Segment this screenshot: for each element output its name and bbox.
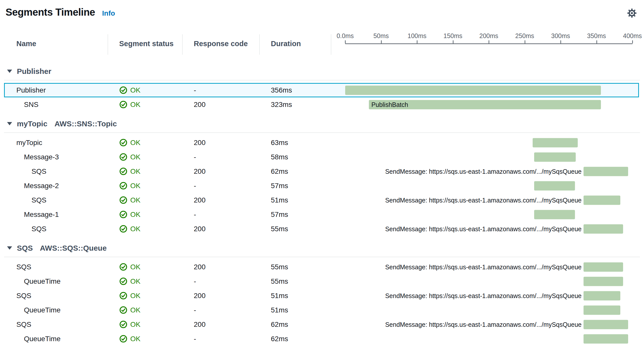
segment-row[interactable]: QueueTime OK - 51ms [0,303,644,317]
status-label: OK [130,335,140,343]
status-label: OK [130,139,140,147]
status-label: OK [130,167,140,176]
status-ok-icon [119,225,127,233]
axis-tick-label: 0.0ms [337,32,354,40]
response-code: 200 [183,97,260,112]
segment-name: SQS [0,260,108,274]
segment-row[interactable]: Message-1 OK - 57ms [0,207,644,222]
timeline-track: SendMessage: https://sqs.us-east-1.amazo… [345,164,632,179]
segment-group: myTopic AWS::SNS::Topic myTopic OK 200 6… [0,118,644,236]
caret-down-icon[interactable] [7,246,17,250]
segment-row[interactable]: SQS OK 200 51ms SendMessage: https://sqs… [0,288,644,303]
segment-row[interactable]: SQS OK 200 62ms SendMessage: https://sqs… [0,164,644,179]
status-ok-icon [119,210,127,219]
response-code: - [183,303,260,317]
segment-name: QueueTime [0,303,108,317]
response-code: - [183,150,260,164]
axis-tick-mark [525,40,525,43]
segment-name: SQS [0,222,108,236]
axis-tick-label: 50ms [373,32,389,40]
timeline-bar[interactable] [584,334,628,343]
segment-group: Publisher Publisher OK - 356ms SNS [0,66,644,112]
timeline-cell [331,207,644,222]
timeline-track: SendMessage: https://sqs.us-east-1.amazo… [345,193,632,207]
duration-value: 55ms [260,260,331,274]
timeline-bar[interactable] [533,138,578,147]
timeline-cell [331,274,644,288]
timeline-cell [331,135,644,150]
timeline-bar[interactable] [584,320,628,329]
segment-row[interactable]: Message-3 OK - 58ms [0,150,644,164]
timeline-track [345,150,632,164]
group-rows: SQS OK 200 55ms SendMessage: https://sqs… [0,260,644,346]
group-name: SQS [17,244,33,252]
response-code: 200 [183,193,260,207]
caret-down-icon[interactable] [7,122,17,126]
segment-row[interactable]: Message-2 OK - 57ms [0,179,644,193]
segment-row[interactable]: SNS OK 200 323ms PublishBatch [0,97,644,112]
axis-tick-mark [417,40,417,43]
segment-group: SQS AWS::SQS::Queue SQS OK 200 55ms Send… [0,243,644,346]
timeline-bar[interactable] [584,167,628,176]
status-ok-icon [119,277,127,285]
duration-value: 51ms [260,303,331,317]
segment-row[interactable]: QueueTime OK - 55ms [0,274,644,288]
segment-row[interactable]: myTopic OK 200 63ms [0,135,644,150]
timeline-bar[interactable] [345,85,601,95]
group-header[interactable]: Publisher [0,66,644,77]
timeline-bar[interactable] [584,195,620,205]
status-label: OK [130,320,140,329]
segment-row[interactable]: Publisher OK - 356ms [0,83,644,97]
segment-status: OK [108,97,183,112]
bar-label-left: SendMessage: https://sqs.us-east-1.amazo… [385,168,582,175]
duration-value: 323ms [260,97,331,112]
segment-row[interactable]: SQS OK 200 62ms SendMessage: https://sqs… [0,317,644,332]
timeline-track [345,274,632,288]
settings-button[interactable] [626,7,638,19]
timeline-track: PublishBatch [345,97,632,112]
timeline-bar[interactable] [534,210,575,219]
group-header[interactable]: myTopic AWS::SNS::Topic [0,118,644,129]
group-type: AWS::SQS::Queue [40,244,107,252]
timeline-bar[interactable]: PublishBatch [369,100,601,109]
timeline-cell [331,332,644,346]
timeline-bar[interactable] [584,291,620,300]
group-divider [4,80,640,80]
timeline-bar[interactable] [534,181,575,190]
segment-status: OK [108,207,183,222]
timeline-track: SendMessage: https://sqs.us-east-1.amazo… [345,317,632,332]
info-link[interactable]: Info [102,9,115,17]
segment-name: Publisher [0,83,108,97]
segment-name: Message-3 [0,150,108,164]
timeline-bar[interactable] [584,262,623,272]
timeline-track [345,135,632,150]
timeline-track: SendMessage: https://sqs.us-east-1.amazo… [345,260,632,274]
segment-row[interactable]: SQS OK 200 55ms SendMessage: https://sqs… [0,222,644,236]
timeline-bar[interactable] [534,152,576,162]
duration-value: 62ms [260,164,331,179]
group-rows: myTopic OK 200 63ms Message-3 [0,135,644,236]
group-header[interactable]: SQS AWS::SQS::Queue [0,243,644,254]
timeline-track [345,83,632,97]
axis-tick-mark [345,40,346,43]
timeline-cell: SendMessage: https://sqs.us-east-1.amazo… [331,164,644,179]
duration-value: 51ms [260,193,331,207]
timeline-bar[interactable] [584,277,623,286]
segment-row[interactable]: SQS OK 200 51ms SendMessage: https://sqs… [0,193,644,207]
response-code: 200 [183,135,260,150]
timeline-cell: SendMessage: https://sqs.us-east-1.amazo… [331,317,644,332]
timeline-bar[interactable] [584,305,620,315]
response-code: 200 [183,260,260,274]
status-label: OK [130,292,140,300]
bar-label-inside: PublishBatch [369,101,408,108]
status-ok-icon [119,320,127,329]
response-code: - [183,274,260,288]
axis-tick-label: 100ms [407,32,426,40]
timeline-cell [331,179,644,193]
segment-status: OK [108,179,183,193]
status-ok-icon [119,291,127,300]
segment-row[interactable]: SQS OK 200 55ms SendMessage: https://sqs… [0,260,644,274]
timeline-bar[interactable] [584,224,623,234]
segment-row[interactable]: QueueTime OK - 62ms [0,332,644,346]
caret-down-icon[interactable] [7,69,17,73]
